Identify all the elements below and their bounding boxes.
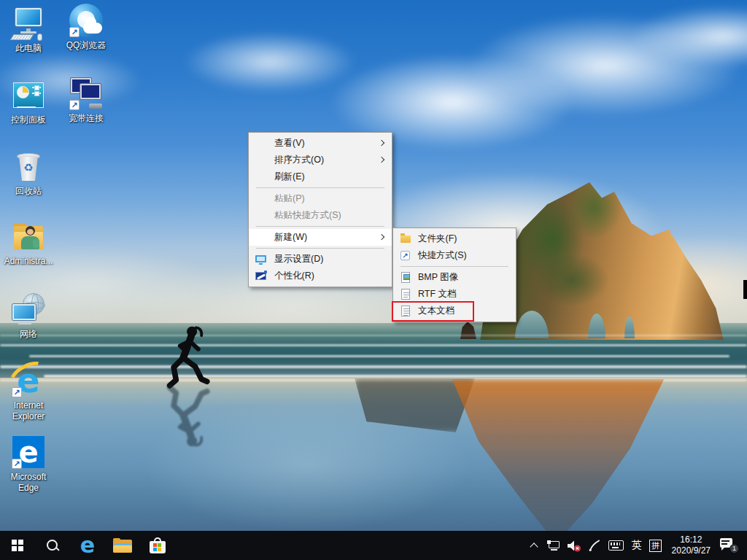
menu-item-display-settings[interactable]: 显示设置(D) <box>249 251 392 268</box>
menu-separator <box>400 266 508 267</box>
windows-desktop: 此电脑 QQ浏览器 控制面板 宽带连接 ♻ 回收站 <box>0 0 747 560</box>
wave-foam <box>0 365 747 368</box>
start-button[interactable] <box>0 531 35 560</box>
menu-separator <box>256 187 384 188</box>
chevron-up-icon <box>530 542 538 551</box>
submenu-item-shortcut[interactable]: 快捷方式(S) <box>393 247 516 264</box>
display-settings-icon <box>255 254 267 265</box>
shortcut-arrow-icon <box>69 27 80 37</box>
internet-explorer-icon: e <box>11 363 46 398</box>
network-status-icon <box>547 540 560 551</box>
icon-label: Administra... <box>1 256 56 267</box>
menu-item-view[interactable]: 查看(V) <box>249 135 392 152</box>
icon-label: Internet Explorer <box>1 400 56 422</box>
menu-separator <box>256 226 384 227</box>
microsoft-store-button[interactable] <box>140 531 175 560</box>
chevron-right-icon <box>379 140 384 146</box>
icon-label: Microsoft Edge <box>1 472 56 494</box>
system-tray: 英 拼 16:12 2020/9/27 1 <box>525 531 747 560</box>
icon-label: 控制面板 <box>1 114 56 125</box>
qq-browser-icon <box>69 3 104 38</box>
icon-label: 回收站 <box>1 186 56 197</box>
menu-item-paste[interactable]: 粘贴(P) <box>249 190 392 207</box>
shortcut-arrow-icon <box>12 387 22 397</box>
user-folder-icon <box>11 219 46 254</box>
desktop-icon-broadband[interactable]: 宽带连接 <box>58 76 114 124</box>
broadband-icon <box>69 76 104 111</box>
submenu-item-folder[interactable]: 文件夹(F) <box>393 230 516 247</box>
desktop-icon-network[interactable]: 网络 <box>1 292 56 340</box>
menu-item-sort-by[interactable]: 排序方式(O) <box>249 152 392 168</box>
volume-muted-icon <box>567 540 581 552</box>
taskbar-edge-button[interactable]: e <box>70 531 105 560</box>
menu-separator <box>256 248 384 249</box>
menu-item-paste-shortcut[interactable]: 粘贴快捷方式(S) <box>249 207 392 224</box>
chevron-right-icon <box>379 157 384 163</box>
runner-reflection <box>156 376 217 448</box>
annotation-highlight-box <box>392 301 474 322</box>
search-button[interactable] <box>35 531 70 560</box>
menu-item-refresh[interactable]: 刷新(E) <box>249 168 392 185</box>
submenu-item-bmp-image[interactable]: BMP 图像 <box>393 269 516 286</box>
microsoft-edge-icon: e <box>11 435 46 470</box>
search-icon <box>46 539 59 552</box>
network-icon <box>11 292 46 327</box>
desktop-icon-administrator[interactable]: Administra... <box>1 219 56 267</box>
desktop-icon-qq-browser[interactable]: QQ浏览器 <box>58 3 114 51</box>
tray-ime-indicator[interactable]: 拼 <box>646 531 666 560</box>
microsoft-store-icon <box>149 537 166 554</box>
folder-icon <box>400 233 411 245</box>
icon-label: 网络 <box>1 329 56 340</box>
wave-foam <box>0 344 747 346</box>
icon-label: QQ浏览器 <box>58 40 114 51</box>
desktop-context-menu: 查看(V) 排序方式(O) 刷新(E) 粘贴(P) 粘贴快捷方式(S) 新建(W… <box>248 132 392 287</box>
notification-icon: 1 <box>720 537 739 553</box>
menu-item-personalize[interactable]: 个性化(R) <box>249 268 392 284</box>
recycle-bin-icon: ♻ <box>11 149 46 184</box>
tray-pen[interactable] <box>584 531 605 560</box>
shortcut-icon <box>400 250 411 262</box>
icon-label: 此电脑 <box>1 43 56 54</box>
desktop-icon-recycle-bin[interactable]: ♻ 回收站 <box>1 149 56 197</box>
clock-time: 16:12 <box>672 534 711 545</box>
file-explorer-icon <box>113 538 132 553</box>
rtf-file-icon <box>400 289 411 300</box>
tray-language-indicator[interactable]: 英 <box>628 531 646 560</box>
taskbar-left: e <box>0 531 175 560</box>
menu-item-new[interactable]: 新建(W) <box>249 229 392 246</box>
keyboard-icon <box>608 540 624 551</box>
desktop-icon-this-pc[interactable]: 此电脑 <box>1 6 56 54</box>
desktop-icon-microsoft-edge[interactable]: e Microsoft Edge <box>1 435 56 494</box>
wave-foam <box>0 335 747 336</box>
tray-touch-keyboard[interactable] <box>605 531 628 560</box>
action-center-button[interactable]: 1 <box>716 531 743 560</box>
this-pc-icon <box>11 6 46 41</box>
wave-foam <box>29 355 729 357</box>
notification-badge: 1 <box>729 544 739 553</box>
tray-show-hidden-icons[interactable] <box>525 531 543 560</box>
shortcut-arrow-icon <box>69 100 80 110</box>
clock-date: 2020/9/27 <box>672 545 711 556</box>
edge-icon: e <box>80 534 95 556</box>
personalization-icon <box>255 271 267 282</box>
desktop-icon-control-panel[interactable]: 控制面板 <box>1 77 56 125</box>
submenu-item-rtf-document[interactable]: RTF 文档 <box>393 286 516 303</box>
pen-icon <box>588 539 601 552</box>
tray-network[interactable] <box>543 531 564 560</box>
file-explorer-button[interactable] <box>105 531 140 560</box>
taskbar: e <box>0 531 747 560</box>
tray-clock[interactable]: 16:12 2020/9/27 <box>666 531 716 560</box>
screen-edge-artifact <box>743 280 747 299</box>
shortcut-arrow-icon <box>12 459 22 469</box>
windows-logo-icon <box>12 540 24 552</box>
icon-label: 宽带连接 <box>58 113 114 124</box>
bmp-file-icon <box>400 272 411 284</box>
control-panel-icon <box>11 77 46 112</box>
desktop-icon-internet-explorer[interactable]: e Internet Explorer <box>1 363 56 422</box>
chevron-right-icon <box>379 234 384 240</box>
tray-volume[interactable] <box>564 531 584 560</box>
